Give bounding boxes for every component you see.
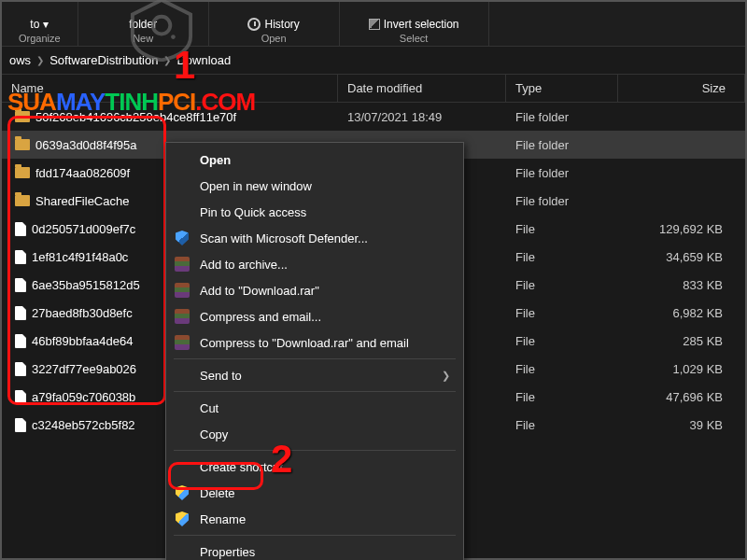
- breadcrumb-seg-0[interactable]: ows: [9, 53, 31, 67]
- file-type: File: [506, 362, 618, 376]
- file-row[interactable]: 50f268eb41696cb250eb4ce8ff11e70f13/07/20…: [2, 103, 745, 131]
- file-name: 46bf89bbfaa4de64: [32, 334, 133, 348]
- menu-item-open-in-new-window[interactable]: Open in new window: [166, 173, 463, 199]
- file-name: a79fa059c706038b: [32, 390, 135, 404]
- chevron-right-icon: ❯: [36, 55, 44, 65]
- file-icon: [15, 222, 26, 236]
- chevron-right-icon: ❯: [163, 55, 171, 65]
- menu-item-label: Open: [200, 153, 231, 167]
- file-name: fdd174aa082609f: [35, 166, 130, 180]
- file-icon: [15, 278, 26, 292]
- menu-item-label: Cut: [200, 401, 218, 415]
- menu-item-rename[interactable]: Rename: [166, 506, 463, 532]
- file-type: File: [506, 278, 618, 292]
- ribbon-item-history[interactable]: History: [247, 18, 299, 31]
- context-menu: OpenOpen in new windowPin to Quick acces…: [165, 142, 464, 560]
- ribbon-item-folder[interactable]: folder: [129, 18, 157, 31]
- menu-item-cut[interactable]: Cut: [166, 395, 463, 421]
- file-size: 1,029 KB: [618, 362, 745, 376]
- file-date: 13/07/2021 18:49: [338, 110, 506, 124]
- col-header-type[interactable]: Type: [506, 75, 618, 102]
- menu-item-pin-to-quick-access[interactable]: Pin to Quick access: [166, 199, 463, 225]
- menu-item-create-shortcut[interactable]: Create shortcut: [166, 454, 463, 480]
- chevron-down-icon: ▾: [43, 18, 49, 31]
- menu-item-label: Rename: [200, 512, 246, 526]
- folder-icon: [15, 167, 30, 178]
- ribbon-label-open: Open: [261, 33, 287, 44]
- menu-separator: [174, 535, 456, 536]
- menu-item-label: Pin to Quick access: [200, 205, 306, 219]
- menu-item-open[interactable]: Open: [166, 147, 463, 173]
- file-name: 3227df77ee9ab026: [32, 362, 136, 376]
- menu-item-add-to-archive[interactable]: Add to archive...: [166, 251, 463, 277]
- file-size: 285 KB: [618, 334, 745, 348]
- file-icon: [15, 390, 26, 404]
- file-icon: [15, 362, 26, 376]
- winrar-icon: [175, 257, 190, 272]
- folder-icon: [15, 111, 30, 122]
- invert-selection-icon: [369, 19, 380, 30]
- ribbon: to ▾ Organize folder New History Open In…: [2, 2, 745, 47]
- menu-item-compress-to-download-rar-and-email[interactable]: Compress to "Download.rar" and email: [166, 329, 463, 356]
- file-type: File: [506, 418, 618, 432]
- file-icon: [15, 418, 26, 432]
- submenu-arrow-icon: ❯: [442, 370, 450, 382]
- menu-item-label: Add to "Download.rar": [200, 284, 319, 298]
- file-name: 27baed8fb30d8efc: [32, 306, 133, 320]
- menu-item-label: Delete: [200, 486, 235, 500]
- file-size: 47,696 KB: [618, 390, 745, 404]
- file-type: File: [506, 222, 618, 236]
- ribbon-item-to[interactable]: to ▾: [30, 18, 49, 31]
- file-icon: [15, 306, 26, 320]
- col-header-name[interactable]: Name: [2, 75, 338, 102]
- menu-separator: [174, 391, 456, 392]
- file-name: c3248eb572cb5f82: [32, 418, 135, 432]
- ribbon-item-invert[interactable]: Invert selection: [369, 18, 459, 31]
- menu-separator: [174, 450, 456, 451]
- menu-item-label: Scan with Microsoft Defender...: [200, 231, 368, 245]
- col-header-date[interactable]: Date modified: [338, 75, 506, 102]
- folder-icon: [15, 139, 30, 150]
- ribbon-label-select: Select: [400, 33, 429, 44]
- menu-item-copy[interactable]: Copy: [166, 421, 463, 447]
- ribbon-group-select: Invert selection Select: [340, 2, 489, 46]
- file-size: 6,982 KB: [618, 306, 745, 320]
- menu-item-label: Compress and email...: [200, 310, 321, 324]
- file-type: File: [506, 306, 618, 320]
- menu-item-scan-with-microsoft-defender[interactable]: Scan with Microsoft Defender...: [166, 225, 463, 251]
- defender-shield-icon: [176, 231, 189, 245]
- menu-item-compress-and-email[interactable]: Compress and email...: [166, 303, 463, 329]
- file-type: File folder: [506, 194, 618, 208]
- menu-item-label: Add to archive...: [200, 258, 288, 272]
- ribbon-group-organize: to ▾ Organize: [2, 2, 78, 46]
- file-name: 0639a3d0d8f4f95a: [35, 138, 136, 152]
- menu-item-label: Send to: [200, 369, 242, 383]
- breadcrumb[interactable]: ows ❯ SoftwareDistribution ❯ Download: [2, 47, 745, 75]
- menu-item-send-to[interactable]: Send to❯: [166, 362, 463, 388]
- file-size: 129,692 KB: [618, 222, 745, 236]
- menu-item-delete[interactable]: Delete: [166, 480, 463, 506]
- file-icon: [15, 334, 26, 348]
- breadcrumb-seg-1[interactable]: SoftwareDistribution: [49, 53, 158, 67]
- uac-shield-icon: [176, 511, 189, 526]
- file-name: 0d250571d009ef7c: [32, 222, 135, 236]
- file-icon: [15, 250, 26, 264]
- menu-item-properties[interactable]: Properties: [166, 539, 463, 560]
- file-name: SharedFileCache: [35, 194, 129, 208]
- uac-shield-icon: [176, 485, 189, 500]
- col-header-size[interactable]: Size: [618, 75, 745, 102]
- winrar-icon: [175, 283, 190, 298]
- explorer-window: to ▾ Organize folder New History Open In…: [0, 0, 747, 560]
- ribbon-group-open: History Open: [209, 2, 340, 46]
- file-name: 1ef81c4f91f48a0c: [32, 250, 128, 264]
- folder-icon: [15, 195, 30, 206]
- annotation-number-2: 2: [271, 437, 292, 482]
- file-type: File: [506, 250, 618, 264]
- file-type: File folder: [506, 110, 618, 124]
- menu-separator: [174, 358, 456, 359]
- menu-item-add-to-download-rar[interactable]: Add to "Download.rar": [166, 277, 463, 303]
- file-type: File folder: [506, 166, 618, 180]
- menu-item-label: Properties: [200, 545, 255, 559]
- ribbon-group-new: folder New: [78, 2, 209, 46]
- file-size: 34,659 KB: [618, 250, 745, 264]
